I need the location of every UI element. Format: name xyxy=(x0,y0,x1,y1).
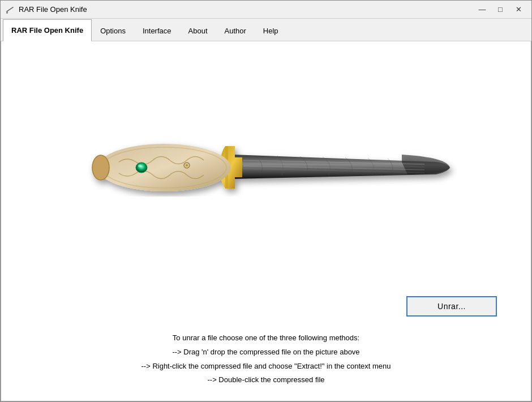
tab-interface[interactable]: Interface xyxy=(134,19,180,41)
minimize-button[interactable]: — xyxy=(474,4,491,15)
app-window: RAR File Open Knife — □ ✕ RAR File Open … xyxy=(0,0,532,402)
unrar-button[interactable]: Unrar... xyxy=(406,296,497,317)
unrar-button-row: Unrar... xyxy=(1,296,531,326)
instruction-line-1: To unrar a file choose one of the three … xyxy=(12,331,520,345)
close-button[interactable]: ✕ xyxy=(510,4,527,15)
svg-point-12 xyxy=(186,164,188,166)
knife-image-area[interactable] xyxy=(1,41,531,296)
svg-marker-0 xyxy=(6,7,14,12)
window-controls: — □ ✕ xyxy=(474,4,527,15)
knife-image xyxy=(74,95,458,242)
tab-author[interactable]: Author xyxy=(216,19,255,41)
content-area: Unrar... To unrar a file choose one of t… xyxy=(1,41,531,401)
svg-point-10 xyxy=(138,165,141,168)
app-icon xyxy=(5,5,15,15)
svg-point-13 xyxy=(92,155,109,180)
title-bar: RAR File Open Knife — □ ✕ xyxy=(1,1,531,19)
svg-point-9 xyxy=(136,162,147,173)
menu-bar: RAR File Open Knife Options Interface Ab… xyxy=(1,19,531,41)
tab-options[interactable]: Options xyxy=(92,19,134,41)
instruction-line-3: --> Right-click the compressed file and … xyxy=(12,360,520,374)
instruction-line-4: --> Double-click the compressed file xyxy=(12,373,520,387)
tab-help[interactable]: Help xyxy=(255,19,287,41)
instruction-line-2: --> Drag 'n' drop the compressed file on… xyxy=(12,345,520,360)
window-title: RAR File Open Knife xyxy=(19,5,474,14)
svg-rect-1 xyxy=(6,11,8,14)
tab-main[interactable]: RAR File Open Knife xyxy=(3,19,92,41)
svg-point-7 xyxy=(97,144,231,191)
instructions-area: To unrar a file choose one of the three … xyxy=(1,326,531,401)
maximize-button[interactable]: □ xyxy=(492,4,509,15)
tab-about[interactable]: About xyxy=(180,19,216,41)
